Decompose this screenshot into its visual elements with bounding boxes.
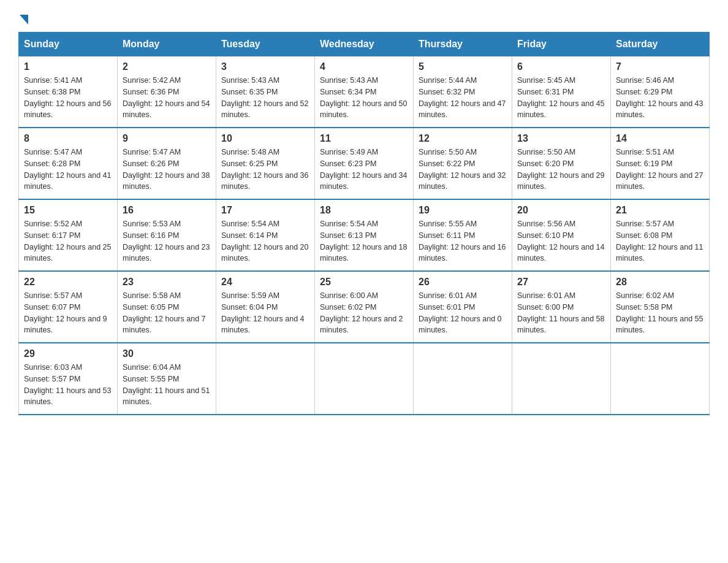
day-number: 10 — [221, 133, 309, 144]
week-row-2: 8 Sunrise: 5:47 AM Sunset: 6:28 PM Dayli… — [19, 128, 710, 199]
day-number: 6 — [517, 61, 605, 72]
day-cell: 29 Sunrise: 6:03 AM Sunset: 5:57 PM Dayl… — [19, 343, 118, 415]
header-cell-saturday: Saturday — [611, 33, 710, 56]
day-number: 17 — [221, 205, 309, 216]
day-number: 7 — [616, 61, 704, 72]
day-cell: 3 Sunrise: 5:43 AM Sunset: 6:35 PM Dayli… — [216, 56, 315, 128]
header-cell-tuesday: Tuesday — [216, 33, 315, 56]
day-info: Sunrise: 5:43 AM Sunset: 6:35 PM Dayligh… — [221, 75, 309, 121]
day-number: 29 — [24, 348, 112, 359]
day-number: 16 — [123, 205, 211, 216]
day-info: Sunrise: 5:41 AM Sunset: 6:38 PM Dayligh… — [24, 75, 112, 121]
header-cell-wednesday: Wednesday — [315, 33, 414, 56]
day-number: 4 — [320, 61, 408, 72]
day-info: Sunrise: 5:42 AM Sunset: 6:36 PM Dayligh… — [123, 75, 211, 121]
day-number: 9 — [123, 133, 211, 144]
calendar-body: 1 Sunrise: 5:41 AM Sunset: 6:38 PM Dayli… — [19, 56, 710, 415]
day-cell: 25 Sunrise: 6:00 AM Sunset: 6:02 PM Dayl… — [315, 271, 414, 343]
day-cell: 18 Sunrise: 5:54 AM Sunset: 6:13 PM Dayl… — [315, 199, 414, 271]
day-info: Sunrise: 5:49 AM Sunset: 6:23 PM Dayligh… — [320, 147, 408, 193]
day-info: Sunrise: 5:55 AM Sunset: 6:11 PM Dayligh… — [419, 218, 507, 264]
day-info: Sunrise: 5:43 AM Sunset: 6:34 PM Dayligh… — [320, 75, 408, 121]
day-info: Sunrise: 5:44 AM Sunset: 6:32 PM Dayligh… — [419, 75, 507, 121]
day-cell: 11 Sunrise: 5:49 AM Sunset: 6:23 PM Dayl… — [315, 128, 414, 199]
day-cell: 10 Sunrise: 5:48 AM Sunset: 6:25 PM Dayl… — [216, 128, 315, 199]
day-cell: 28 Sunrise: 6:02 AM Sunset: 5:58 PM Dayl… — [611, 271, 710, 343]
day-cell: 17 Sunrise: 5:54 AM Sunset: 6:14 PM Dayl… — [216, 199, 315, 271]
header-cell-friday: Friday — [512, 33, 611, 56]
day-number: 26 — [419, 277, 507, 288]
day-cell: 8 Sunrise: 5:47 AM Sunset: 6:28 PM Dayli… — [19, 128, 118, 199]
day-info: Sunrise: 5:50 AM Sunset: 6:20 PM Dayligh… — [517, 147, 605, 193]
day-cell: 14 Sunrise: 5:51 AM Sunset: 6:19 PM Dayl… — [611, 128, 710, 199]
day-info: Sunrise: 5:59 AM Sunset: 6:04 PM Dayligh… — [221, 290, 309, 336]
day-cell: 24 Sunrise: 5:59 AM Sunset: 6:04 PM Dayl… — [216, 271, 315, 343]
calendar-header: SundayMondayTuesdayWednesdayThursdayFrid… — [19, 33, 710, 56]
day-info: Sunrise: 5:58 AM Sunset: 6:05 PM Dayligh… — [123, 290, 211, 336]
day-cell — [611, 343, 710, 415]
day-info: Sunrise: 6:00 AM Sunset: 6:02 PM Dayligh… — [320, 290, 408, 336]
page-header — [18, 12, 710, 20]
day-info: Sunrise: 6:01 AM Sunset: 6:00 PM Dayligh… — [517, 290, 605, 336]
day-cell: 15 Sunrise: 5:52 AM Sunset: 6:17 PM Dayl… — [19, 199, 118, 271]
day-number: 19 — [419, 205, 507, 216]
day-info: Sunrise: 6:03 AM Sunset: 5:57 PM Dayligh… — [24, 362, 112, 408]
day-number: 30 — [123, 348, 211, 359]
header-cell-monday: Monday — [118, 33, 216, 56]
day-number: 22 — [24, 277, 112, 288]
day-cell: 6 Sunrise: 5:45 AM Sunset: 6:31 PM Dayli… — [512, 56, 611, 128]
day-cell: 30 Sunrise: 6:04 AM Sunset: 5:55 PM Dayl… — [118, 343, 216, 415]
day-info: Sunrise: 6:02 AM Sunset: 5:58 PM Dayligh… — [616, 290, 704, 336]
day-number: 8 — [24, 133, 112, 144]
day-info: Sunrise: 6:04 AM Sunset: 5:55 PM Dayligh… — [123, 362, 211, 408]
day-cell: 5 Sunrise: 5:44 AM Sunset: 6:32 PM Dayli… — [414, 56, 512, 128]
day-cell: 7 Sunrise: 5:46 AM Sunset: 6:29 PM Dayli… — [611, 56, 710, 128]
header-cell-sunday: Sunday — [19, 33, 118, 56]
day-number: 21 — [616, 205, 704, 216]
day-number: 1 — [24, 61, 112, 72]
day-info: Sunrise: 5:52 AM Sunset: 6:17 PM Dayligh… — [24, 218, 112, 264]
day-cell: 12 Sunrise: 5:50 AM Sunset: 6:22 PM Dayl… — [414, 128, 512, 199]
day-number: 15 — [24, 205, 112, 216]
day-number: 18 — [320, 205, 408, 216]
day-info: Sunrise: 5:53 AM Sunset: 6:16 PM Dayligh… — [123, 218, 211, 264]
day-cell: 2 Sunrise: 5:42 AM Sunset: 6:36 PM Dayli… — [118, 56, 216, 128]
week-row-4: 22 Sunrise: 5:57 AM Sunset: 6:07 PM Dayl… — [19, 271, 710, 343]
day-info: Sunrise: 5:57 AM Sunset: 6:07 PM Dayligh… — [24, 290, 112, 336]
day-number: 14 — [616, 133, 704, 144]
week-row-5: 29 Sunrise: 6:03 AM Sunset: 5:57 PM Dayl… — [19, 343, 710, 415]
day-info: Sunrise: 5:46 AM Sunset: 6:29 PM Dayligh… — [616, 75, 704, 121]
day-cell — [512, 343, 611, 415]
logo — [18, 12, 29, 22]
day-cell: 27 Sunrise: 6:01 AM Sunset: 6:00 PM Dayl… — [512, 271, 611, 343]
header-row: SundayMondayTuesdayWednesdayThursdayFrid… — [19, 33, 710, 56]
day-cell: 20 Sunrise: 5:56 AM Sunset: 6:10 PM Dayl… — [512, 199, 611, 271]
day-info: Sunrise: 6:01 AM Sunset: 6:01 PM Dayligh… — [419, 290, 507, 336]
day-number: 24 — [221, 277, 309, 288]
day-info: Sunrise: 5:47 AM Sunset: 6:26 PM Dayligh… — [123, 147, 211, 193]
day-cell: 13 Sunrise: 5:50 AM Sunset: 6:20 PM Dayl… — [512, 128, 611, 199]
day-number: 25 — [320, 277, 408, 288]
day-info: Sunrise: 5:54 AM Sunset: 6:13 PM Dayligh… — [320, 218, 408, 264]
day-number: 3 — [221, 61, 309, 72]
day-cell — [414, 343, 512, 415]
day-number: 13 — [517, 133, 605, 144]
day-number: 20 — [517, 205, 605, 216]
day-info: Sunrise: 5:50 AM Sunset: 6:22 PM Dayligh… — [419, 147, 507, 193]
day-cell: 22 Sunrise: 5:57 AM Sunset: 6:07 PM Dayl… — [19, 271, 118, 343]
day-cell — [315, 343, 414, 415]
header-cell-thursday: Thursday — [414, 33, 512, 56]
day-cell — [216, 343, 315, 415]
day-cell: 19 Sunrise: 5:55 AM Sunset: 6:11 PM Dayl… — [414, 199, 512, 271]
day-cell: 26 Sunrise: 6:01 AM Sunset: 6:01 PM Dayl… — [414, 271, 512, 343]
week-row-1: 1 Sunrise: 5:41 AM Sunset: 6:38 PM Dayli… — [19, 56, 710, 128]
day-number: 28 — [616, 277, 704, 288]
day-number: 12 — [419, 133, 507, 144]
day-info: Sunrise: 5:54 AM Sunset: 6:14 PM Dayligh… — [221, 218, 309, 264]
day-cell: 16 Sunrise: 5:53 AM Sunset: 6:16 PM Dayl… — [118, 199, 216, 271]
week-row-3: 15 Sunrise: 5:52 AM Sunset: 6:17 PM Dayl… — [19, 199, 710, 271]
day-cell: 9 Sunrise: 5:47 AM Sunset: 6:26 PM Dayli… — [118, 128, 216, 199]
logo-area — [18, 12, 29, 20]
day-number: 23 — [123, 277, 211, 288]
day-cell: 4 Sunrise: 5:43 AM Sunset: 6:34 PM Dayli… — [315, 56, 414, 128]
